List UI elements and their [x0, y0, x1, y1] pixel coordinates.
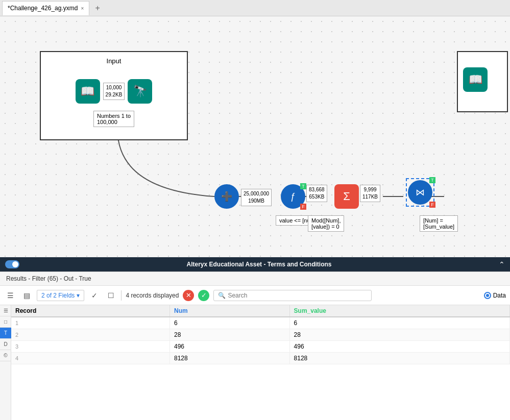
side-tabs: ☰ □ T D © [0, 305, 11, 420]
node3-badge: 83,668 653KB [306, 185, 327, 202]
table-body: 166228283496496481288128 [11, 317, 510, 364]
cell-record: 4 [11, 353, 169, 364]
terms-bar: Alteryx Educational Asset - Terms and Co… [0, 257, 510, 271]
divider-1 [121, 290, 122, 301]
data-radio-dot [484, 292, 491, 299]
join-label: [Num] =[Sum_value] [420, 215, 458, 232]
input-icon-2[interactable]: 📖 [463, 67, 488, 92]
table-row: 3496496 [11, 341, 510, 353]
append-fields-node[interactable]: ➕ [214, 184, 239, 209]
search-icon: 🔍 [218, 292, 226, 299]
table-header-row: Record Num Sum_value [11, 305, 510, 317]
input-box-2: 📖 [457, 51, 508, 112]
cell-sum-value: 28 [289, 329, 509, 341]
records-count: 4 records displayed [126, 292, 179, 299]
t-badge-1: T [300, 183, 306, 189]
check-box-btn[interactable]: ☐ [105, 289, 117, 302]
terms-toggle[interactable] [5, 260, 19, 268]
summarize-node[interactable]: Σ [334, 184, 359, 209]
data-table-wrapper: Record Num Sum_value 1662282834964964812… [11, 305, 510, 420]
workflow-canvas: Input 📖 10,000 29.2KB 🔭 Numbers 1 to100,… [0, 16, 510, 271]
data-radio[interactable]: Data [484, 292, 506, 299]
confirm-btn[interactable]: ✓ [198, 290, 209, 301]
side-tab-info[interactable]: © [0, 350, 11, 361]
input-box: Input 📖 10,000 29.2KB 🔭 Numbers 1 to100,… [40, 51, 188, 140]
input-box-label: Input [107, 57, 122, 65]
f-badge-2: F [429, 202, 435, 208]
cell-num: 6 [169, 317, 289, 329]
new-tab-btn[interactable]: + [91, 2, 104, 14]
col-num: Num [169, 305, 289, 317]
list-btn[interactable]: ▤ [20, 289, 33, 302]
t-badge-2: T [429, 177, 435, 183]
data-table: Record Num Sum_value 1662282834964964812… [11, 305, 510, 364]
side-tab-list[interactable]: □ [0, 316, 11, 328]
input-icon-1[interactable]: 📖 [76, 79, 100, 104]
input-tooltip: Numbers 1 to100,000 [93, 111, 134, 127]
browse-icon-1[interactable]: 🔭 [128, 79, 152, 104]
clear-btn[interactable]: ✕ [183, 290, 194, 301]
side-tab-text[interactable]: T [0, 328, 11, 339]
cell-sum-value: 6 [289, 317, 509, 329]
join-node-wrapper[interactable]: ⋈ T F [406, 178, 434, 207]
results-panel: Results - Filter (65) - Out - True ☰ ▤ 2… [0, 271, 510, 420]
node1-badge: 10,000 29.2KB [103, 83, 125, 100]
node4-badge: 9,999 117KB [360, 185, 380, 202]
cell-num: 496 [169, 341, 289, 353]
search-input[interactable] [228, 292, 367, 299]
formula-label: Mod([Num],[value]) = 0 [308, 215, 344, 232]
table-row: 481288128 [11, 353, 510, 364]
f-badge-1: F [300, 204, 306, 210]
side-tab-data[interactable]: D [0, 339, 11, 350]
results-table: ☰ □ T D © Record Num Sum_value 166228283… [0, 305, 510, 420]
tab-title: *Challenge_426_ag.yxmd [8, 5, 78, 12]
table-row: 166 [11, 317, 510, 329]
terms-expand-btn[interactable]: ⌃ [499, 260, 505, 268]
cell-num: 8128 [169, 353, 289, 364]
cell-num: 28 [169, 329, 289, 341]
terms-text: Alteryx Educational Asset - Terms and Co… [25, 261, 494, 268]
main-tab[interactable]: *Challenge_426_ag.yxmd × [2, 1, 89, 15]
tab-close-btn[interactable]: × [81, 6, 84, 11]
formula-node-1[interactable]: ƒ T F [281, 184, 305, 209]
cell-record: 1 [11, 317, 169, 329]
cell-sum-value: 496 [289, 341, 509, 353]
node2-badge: 25,000,000 190MB [241, 189, 272, 206]
side-tab-menu[interactable]: ☰ [0, 305, 11, 316]
col-record: Record [11, 305, 169, 317]
results-toolbar: ☰ ▤ 2 of 2 Fields ▾ ✓ ☐ 4 records displa… [0, 286, 510, 305]
table-row: 22828 [11, 329, 510, 341]
results-header: Results - Filter (65) - Out - True [0, 272, 510, 286]
tab-bar: *Challenge_426_ag.yxmd × + [0, 0, 510, 16]
check-all-btn[interactable]: ✓ [88, 289, 101, 302]
cell-sum-value: 8128 [289, 353, 509, 364]
cell-record: 3 [11, 341, 169, 353]
fields-dropdown[interactable]: 2 of 2 Fields ▾ [37, 290, 84, 301]
search-box[interactable]: 🔍 [213, 290, 372, 301]
cell-record: 2 [11, 329, 169, 341]
menu-btn[interactable]: ☰ [4, 289, 16, 302]
col-sum-value: Sum_value [289, 305, 509, 317]
data-radio-label: Data [493, 292, 506, 299]
